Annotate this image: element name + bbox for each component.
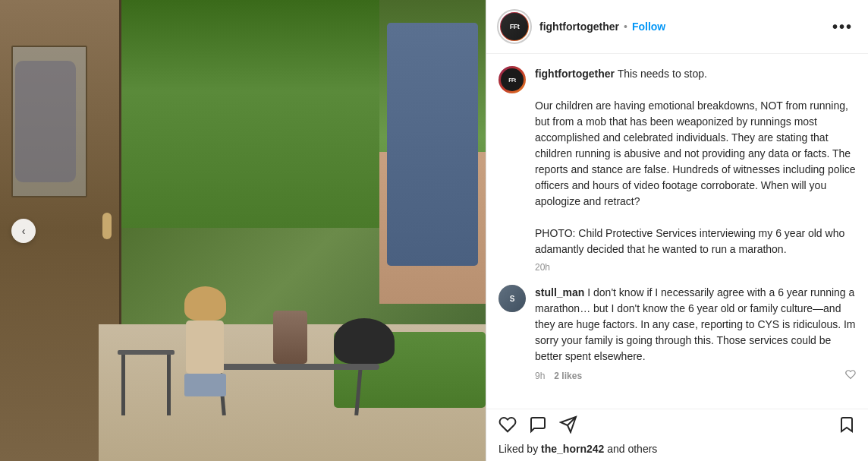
comment-stull-man: S stull_man I don't know if I necessaril…	[498, 285, 856, 382]
stull-man-avatar[interactable]: S	[498, 285, 526, 312]
actions-bar	[486, 409, 868, 440]
comment-button[interactable]	[529, 415, 547, 434]
action-icons-row	[498, 415, 856, 434]
comment-icon	[529, 415, 547, 434]
liked-by-suffix: and others	[607, 443, 657, 455]
caption-username[interactable]: fightfortogether	[535, 68, 615, 80]
caption-avatar[interactable]: FFt	[498, 66, 526, 93]
stull-man-heart-icon[interactable]	[845, 369, 856, 382]
post-header-info: fightfortogether • Follow	[539, 21, 829, 33]
post-image: ‹	[0, 0, 486, 461]
caption-photo-text: PHOTO: Child Protective Services intervi…	[535, 227, 844, 255]
stull-man-likes: 2 likes	[554, 371, 582, 381]
liked-by-section: Liked by the_horn242 and others	[486, 440, 868, 461]
comments-area: FFt fightfortogether This needs to stop.…	[486, 54, 868, 409]
follow-button[interactable]: Follow	[632, 21, 665, 33]
share-button[interactable]	[559, 415, 577, 434]
stull-man-meta: 9h 2 likes	[535, 369, 856, 382]
stull-man-content: stull_man I don't know if I necessarily …	[535, 285, 856, 382]
bookmark-icon	[838, 415, 856, 434]
stull-man-username[interactable]: stull_man	[535, 286, 584, 298]
liked-by-username[interactable]: the_horn242	[541, 443, 604, 455]
post-header: FFt fightfortogether • Follow •••	[486, 0, 868, 54]
caption-text: fightfortogether This needs to stop. Our…	[535, 66, 856, 257]
caption-body: Our children are having emotional breakd…	[535, 99, 856, 207]
post-author-avatar[interactable]: FFt	[498, 11, 530, 43]
post-caption: FFt fightfortogether This needs to stop.…	[498, 66, 856, 273]
caption-title-text: This needs to stop.	[618, 68, 707, 80]
prev-arrow[interactable]: ‹	[11, 219, 36, 243]
like-button[interactable]	[498, 415, 517, 434]
heart-icon	[498, 415, 517, 434]
caption-content: fightfortogether This needs to stop. Our…	[535, 66, 856, 273]
more-options-button[interactable]: •••	[829, 18, 856, 36]
bookmark-button[interactable]	[838, 415, 856, 434]
post-details-panel: FFt fightfortogether • Follow ••• FFt fi…	[486, 0, 868, 461]
post-author-username[interactable]: fightfortogether	[539, 21, 619, 33]
caption-meta: 20h	[535, 262, 856, 273]
stull-man-time: 9h	[535, 371, 545, 381]
dot-separator: •	[624, 21, 627, 33]
caption-time: 20h	[535, 262, 550, 273]
liked-by-text: Liked by the_horn242 and others	[498, 443, 657, 455]
liked-by-prefix: Liked by	[498, 443, 538, 455]
stull-man-text: stull_man I don't know if I necessarily …	[535, 285, 856, 365]
share-icon	[559, 415, 577, 434]
